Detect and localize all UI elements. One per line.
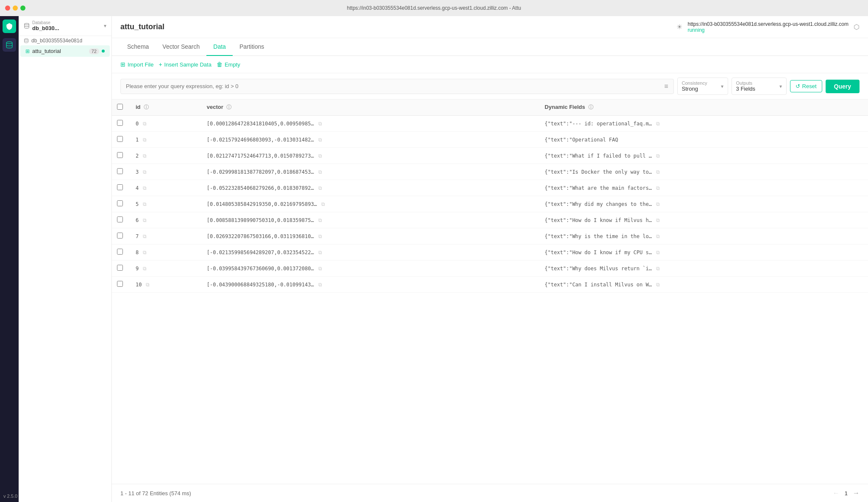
trash-icon: 🗑 bbox=[217, 61, 223, 68]
row-checkbox-10[interactable] bbox=[117, 281, 123, 287]
row-checkbox-8[interactable] bbox=[117, 249, 123, 255]
copy-vector-icon[interactable]: ⧉ bbox=[318, 282, 322, 288]
copy-dynamic-icon[interactable]: ⧉ bbox=[656, 201, 660, 207]
copy-id-icon[interactable]: ⧉ bbox=[143, 121, 147, 127]
row-checkbox-3[interactable] bbox=[117, 168, 123, 174]
header-right: ☀ https://in03-b030355534e081d.serverles… bbox=[676, 21, 860, 33]
id-cell: 6 ⧉ bbox=[129, 212, 200, 228]
table-row: 2 ⧉ [0.021274717524647713,0.0150789273… … bbox=[112, 148, 868, 164]
row-checkbox-9[interactable] bbox=[117, 265, 123, 271]
dynamic-fields-cell: {"text":"What if I failed to pull … ⧉ bbox=[538, 148, 868, 164]
row-checkbox-0[interactable] bbox=[117, 120, 123, 126]
vector-column-header: vector ⓘ bbox=[200, 100, 538, 116]
tab-schema[interactable]: Schema bbox=[120, 38, 156, 56]
copy-dynamic-icon[interactable]: ⧉ bbox=[656, 233, 660, 239]
tab-vector-search[interactable]: Vector Search bbox=[156, 38, 206, 56]
consistency-label: Consistency bbox=[682, 80, 707, 86]
table-header-row: id ⓘ vector ⓘ Dynamic Fields ⓘ bbox=[112, 100, 868, 116]
copy-id-icon[interactable]: ⧉ bbox=[143, 266, 147, 272]
copy-vector-icon[interactable]: ⧉ bbox=[318, 121, 322, 127]
copy-id-icon[interactable]: ⧉ bbox=[146, 282, 150, 288]
row-checkbox-4[interactable] bbox=[117, 184, 123, 190]
logout-icon[interactable]: ⬡ bbox=[854, 23, 860, 31]
maximize-button[interactable] bbox=[20, 6, 25, 11]
close-button[interactable] bbox=[5, 6, 10, 11]
db-chevron-icon[interactable]: ▾ bbox=[104, 23, 106, 29]
dynamic-fields-cell: {"text":"--- id: operational_faq.m… ⧉ bbox=[538, 116, 868, 132]
table-row: 5 ⧉ [0.014805385842919350,0.02169795893…… bbox=[112, 196, 868, 212]
copy-dynamic-icon[interactable]: ⧉ bbox=[656, 153, 660, 159]
reset-button[interactable]: ↺ Reset bbox=[790, 80, 822, 92]
copy-vector-icon[interactable]: ⧉ bbox=[321, 201, 325, 207]
db-selector[interactable]: Database db_b030... ▾ bbox=[19, 16, 111, 36]
dynamic-fields-cell: {"text":"What are the main factors… ⧉ bbox=[538, 180, 868, 196]
copy-vector-icon[interactable]: ⧉ bbox=[318, 266, 322, 272]
copy-vector-icon[interactable]: ⧉ bbox=[318, 217, 322, 223]
tab-data[interactable]: Data bbox=[206, 38, 233, 56]
query-input-wrapper[interactable]: ≡ bbox=[120, 79, 674, 94]
copy-dynamic-icon[interactable]: ⧉ bbox=[656, 185, 660, 191]
collection-name: attu_tutorial bbox=[32, 48, 86, 54]
copy-id-icon[interactable]: ⧉ bbox=[143, 137, 147, 143]
next-page-button[interactable]: → bbox=[853, 489, 860, 497]
row-checkbox-6[interactable] bbox=[117, 216, 123, 222]
copy-dynamic-icon[interactable]: ⧉ bbox=[656, 250, 660, 255]
filter-icon[interactable]: ≡ bbox=[664, 83, 668, 90]
copy-dynamic-icon[interactable]: ⧉ bbox=[656, 121, 660, 127]
id-cell: 4 ⧉ bbox=[129, 180, 200, 196]
row-checkbox-5[interactable] bbox=[117, 200, 123, 206]
copy-dynamic-icon[interactable]: ⧉ bbox=[656, 169, 660, 175]
id-info-icon: ⓘ bbox=[144, 104, 149, 110]
copy-dynamic-icon[interactable]: ⧉ bbox=[656, 217, 660, 223]
vector-cell: [-0.021359985694289207,0.032354522… ⧉ bbox=[200, 244, 538, 261]
prev-page-button[interactable]: ← bbox=[833, 489, 840, 497]
db-label: Database bbox=[32, 20, 101, 25]
row-checkbox-7[interactable] bbox=[117, 233, 123, 239]
vector-cell: [-0.029998181387782097,0.018687453… ⧉ bbox=[200, 164, 538, 180]
row-checkbox-2[interactable] bbox=[117, 152, 123, 158]
tab-partitions[interactable]: Partitions bbox=[233, 38, 271, 56]
collection-db-name: db_b030355534e081d bbox=[31, 38, 82, 44]
copy-id-icon[interactable]: ⧉ bbox=[143, 233, 147, 239]
consistency-dropdown[interactable]: Consistency Strong ▾ bbox=[677, 78, 728, 95]
table-body: 0 ⧉ [0.00012864728341810405,0.00950985… … bbox=[112, 116, 868, 293]
outputs-dropdown[interactable]: Outputs 3 Fields ▾ bbox=[732, 78, 787, 95]
theme-icon[interactable]: ☀ bbox=[676, 23, 682, 31]
import-file-button[interactable]: ⊞ Import File bbox=[120, 61, 153, 68]
id-cell: 8 ⧉ bbox=[129, 244, 200, 261]
copy-vector-icon[interactable]: ⧉ bbox=[318, 185, 322, 191]
copy-id-icon[interactable]: ⧉ bbox=[143, 250, 147, 255]
query-input[interactable] bbox=[126, 83, 664, 89]
minimize-button[interactable] bbox=[13, 6, 18, 11]
copy-id-icon[interactable]: ⧉ bbox=[143, 169, 147, 175]
table-row: 8 ⧉ [-0.021359985694289207,0.032354522… … bbox=[112, 244, 868, 261]
svg-point-0 bbox=[6, 42, 12, 44]
copy-vector-icon[interactable]: ⧉ bbox=[318, 233, 322, 239]
database-icon[interactable] bbox=[3, 38, 16, 52]
row-checkbox-cell bbox=[112, 132, 129, 148]
plus-icon: + bbox=[159, 61, 162, 68]
copy-vector-icon[interactable]: ⧉ bbox=[318, 137, 322, 143]
row-checkbox-1[interactable] bbox=[117, 136, 123, 142]
query-button[interactable]: Query bbox=[826, 80, 860, 93]
insert-sample-button[interactable]: + Insert Sample Data bbox=[159, 61, 211, 68]
copy-vector-icon[interactable]: ⧉ bbox=[318, 169, 322, 175]
table-row: 3 ⧉ [-0.029998181387782097,0.018687453… … bbox=[112, 164, 868, 180]
copy-vector-icon[interactable]: ⧉ bbox=[318, 250, 322, 255]
empty-button[interactable]: 🗑 Empty bbox=[217, 61, 240, 68]
row-checkbox-cell bbox=[112, 228, 129, 244]
copy-dynamic-icon[interactable]: ⧉ bbox=[656, 282, 660, 288]
db-selector-icon bbox=[24, 23, 30, 29]
copy-dynamic-icon[interactable]: ⧉ bbox=[656, 266, 660, 272]
copy-id-icon[interactable]: ⧉ bbox=[143, 201, 147, 207]
outputs-info: Outputs 3 Fields bbox=[736, 80, 756, 92]
dynamic-fields-cell: {"text":"How do I know if Milvus h… ⧉ bbox=[538, 212, 868, 228]
copy-id-icon[interactable]: ⧉ bbox=[143, 217, 147, 223]
copy-id-icon[interactable]: ⧉ bbox=[143, 185, 147, 191]
dynamic-fields-cell: {"text":"Can I install Milvus on W… ⧉ bbox=[538, 277, 868, 293]
copy-vector-icon[interactable]: ⧉ bbox=[318, 153, 322, 159]
select-all-checkbox[interactable] bbox=[117, 104, 123, 110]
vector-cell: [0.0085881398990750310,0.018359875… ⧉ bbox=[200, 212, 538, 228]
copy-id-icon[interactable]: ⧉ bbox=[143, 153, 147, 159]
collection-item-attu-tutorial[interactable]: ⊞ attu_tutorial 72 bbox=[20, 45, 110, 57]
